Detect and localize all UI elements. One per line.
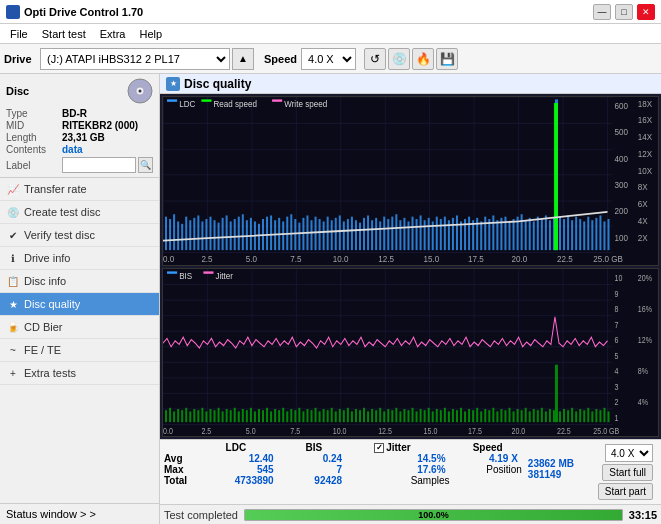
eject-button[interactable]: ▲	[232, 48, 254, 70]
drive-label: Drive	[4, 53, 36, 65]
position-value: 23862 MB	[528, 458, 590, 469]
svg-rect-34	[214, 220, 216, 250]
start-full-button[interactable]: Start full	[602, 464, 653, 481]
total-ldc: 4733890	[192, 475, 280, 486]
svg-rect-216	[282, 407, 284, 421]
svg-rect-203	[230, 410, 232, 422]
nav-section: 📈 Transfer rate 💿 Create test disc ✔ Ver…	[0, 178, 159, 385]
svg-rect-250	[420, 408, 422, 421]
svg-rect-244	[395, 407, 397, 421]
sidebar-item-drive-info[interactable]: ℹ Drive info	[0, 247, 159, 270]
svg-rect-256	[444, 407, 446, 421]
jitter-checkbox-cell[interactable]: ✓ Jitter	[368, 442, 451, 453]
svg-rect-32	[205, 219, 207, 250]
svg-text:0.0: 0.0	[163, 426, 173, 436]
svg-text:20.0: 20.0	[512, 253, 528, 264]
svg-rect-70	[359, 223, 361, 251]
svg-rect-247	[407, 410, 409, 422]
svg-rect-270	[500, 408, 502, 421]
stats-right-values: 23862 MB 381149	[524, 442, 594, 480]
jitter-checkbox[interactable]: ✓	[374, 443, 384, 453]
svg-text:0.0: 0.0	[163, 253, 174, 264]
svg-rect-197	[205, 411, 207, 422]
disc-info-icon: 📋	[6, 274, 20, 288]
svg-rect-82	[407, 221, 409, 250]
svg-text:600: 600	[615, 100, 629, 111]
menu-start-test[interactable]: Start test	[36, 27, 92, 41]
svg-text:10X: 10X	[638, 165, 652, 176]
total-bis: 92428	[280, 475, 349, 486]
maximize-button[interactable]: □	[615, 4, 633, 20]
disc-length-row: Length 23,31 GB	[6, 132, 153, 143]
svg-rect-94	[456, 215, 458, 250]
menu-help[interactable]: Help	[133, 27, 168, 41]
svg-text:25.0 GB: 25.0 GB	[593, 253, 623, 264]
disc-header: Disc	[6, 78, 153, 104]
svg-rect-67	[347, 219, 349, 250]
sidebar-item-verify-test-disc[interactable]: ✔ Verify test disc	[0, 224, 159, 247]
svg-text:2.5: 2.5	[201, 253, 212, 264]
svg-rect-251	[424, 410, 426, 422]
content-area: ★ Disc quality	[160, 74, 661, 524]
svg-rect-78	[391, 217, 393, 251]
drive-select[interactable]: (J:) ATAPI iHBS312 2 PL17	[40, 48, 230, 70]
svg-rect-280	[541, 407, 543, 421]
sidebar-item-disc-quality[interactable]: ★ Disc quality	[0, 293, 159, 316]
title-bar: Opti Drive Control 1.70 — □ ✕	[0, 0, 661, 24]
status-window-button[interactable]: Status window > >	[0, 503, 159, 524]
drive-select-wrapper: (J:) ATAPI iHBS312 2 PL17 ▲	[40, 48, 254, 70]
svg-rect-191	[181, 410, 183, 422]
refresh-button[interactable]: ↺	[364, 48, 386, 70]
svg-text:25.0 GB: 25.0 GB	[593, 426, 619, 436]
speed-select[interactable]: 4.0 X	[301, 48, 356, 70]
svg-rect-41	[242, 214, 244, 250]
svg-rect-264	[476, 407, 478, 421]
svg-text:12.5: 12.5	[378, 253, 394, 264]
svg-rect-132	[607, 219, 609, 250]
sidebar-item-transfer-rate[interactable]: 📈 Transfer rate	[0, 178, 159, 201]
menu-file[interactable]: File	[4, 27, 34, 41]
close-button[interactable]: ✕	[637, 4, 655, 20]
svg-rect-73	[371, 220, 373, 250]
svg-rect-69	[355, 220, 357, 250]
svg-rect-230	[339, 408, 341, 421]
speed-select-stats[interactable]: 4.0 X	[605, 444, 653, 462]
label-input[interactable]	[62, 157, 136, 173]
sidebar-item-extra-tests[interactable]: + Extra tests	[0, 362, 159, 385]
menu-extra[interactable]: Extra	[94, 27, 132, 41]
svg-rect-232	[347, 407, 349, 421]
svg-rect-112	[525, 220, 527, 250]
svg-rect-84	[416, 219, 418, 250]
svg-rect-276	[525, 407, 527, 421]
sidebar-item-disc-info[interactable]: 📋 Disc info	[0, 270, 159, 293]
sidebar-item-create-test-disc[interactable]: 💿 Create test disc	[0, 201, 159, 224]
sidebar-item-fe-te[interactable]: ~ FE / TE	[0, 339, 159, 362]
burn-button[interactable]: 🔥	[412, 48, 434, 70]
svg-text:12%: 12%	[638, 335, 652, 345]
minimize-button[interactable]: —	[593, 4, 611, 20]
disc-button[interactable]: 💿	[388, 48, 410, 70]
svg-rect-273	[513, 411, 515, 422]
svg-rect-29	[193, 218, 195, 250]
svg-rect-22	[165, 217, 167, 251]
disc-title: Disc	[6, 85, 29, 97]
svg-rect-111	[521, 214, 523, 250]
svg-rect-262	[468, 408, 470, 421]
svg-rect-54	[294, 219, 296, 250]
svg-text:2.5: 2.5	[201, 426, 211, 436]
menu-bar: File Start test Extra Help	[0, 24, 661, 44]
stats-avg-row: Avg 12.40 0.24 14.5% 4.19 X	[164, 453, 524, 464]
svg-rect-263	[472, 410, 474, 422]
start-part-button[interactable]: Start part	[598, 483, 653, 500]
verify-test-disc-icon: ✔	[6, 228, 20, 242]
svg-rect-107	[508, 221, 510, 250]
label-search-button[interactable]: 🔍	[138, 157, 153, 173]
svg-rect-55	[298, 223, 300, 251]
svg-text:14X: 14X	[638, 131, 652, 142]
save-button[interactable]: 💾	[436, 48, 458, 70]
svg-rect-66	[343, 221, 345, 250]
sidebar-item-cd-bier[interactable]: 🍺 CD Bier	[0, 316, 159, 339]
avg-ldc: 12.40	[192, 453, 280, 464]
transfer-rate-icon: 📈	[6, 182, 20, 196]
disc-info-label: Disc info	[24, 275, 66, 287]
